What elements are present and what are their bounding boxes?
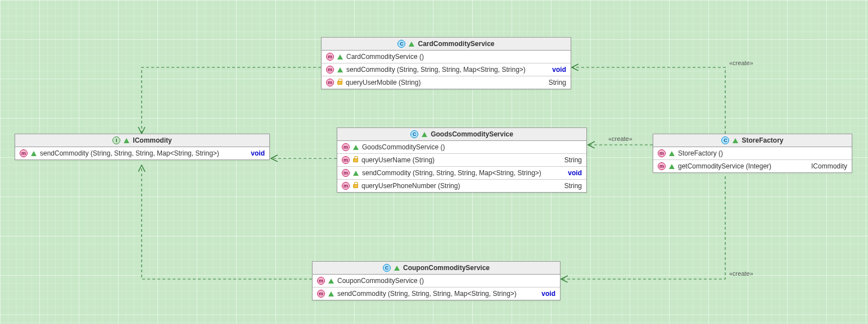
member-return: String <box>549 79 566 86</box>
member-signature: sendCommodity (String, String, String, M… <box>346 66 549 74</box>
member-signature: sendCommodity (String, String, String, M… <box>40 149 247 157</box>
stereotype-create: «create» <box>608 135 632 142</box>
method-icon: m <box>658 162 666 170</box>
class-icon: C <box>397 40 405 48</box>
member-signature: CardCommodityService () <box>346 53 566 61</box>
visibility-public-icon <box>337 67 343 72</box>
method-icon: m <box>326 53 334 61</box>
visibility-public-icon <box>669 164 675 169</box>
member-row[interactable]: m getCommodityService (Integer) ICommodi… <box>653 160 852 172</box>
visibility-public-icon <box>669 151 675 156</box>
class-name: GoodsCommodityService <box>431 130 513 138</box>
class-title: C CardCommodityService <box>322 38 571 51</box>
visibility-public-icon <box>328 291 334 296</box>
method-icon: m <box>342 169 350 177</box>
method-icon: m <box>317 277 325 285</box>
method-icon: m <box>342 182 350 190</box>
method-icon: m <box>317 290 325 298</box>
stereotype-create: «create» <box>729 60 753 66</box>
member-row[interactable]: m CouponCommodityService () <box>313 275 560 288</box>
class-ICommodity[interactable]: I ICommodity m sendCommodity (String, St… <box>15 134 270 160</box>
member-signature: sendCommodity (String, String, String, M… <box>337 290 538 298</box>
member-return: void <box>541 290 555 298</box>
member-return: void <box>568 169 582 177</box>
method-icon: m <box>326 66 334 74</box>
member-signature: queryUserMobile (String) <box>346 79 545 86</box>
visibility-public-icon <box>422 132 427 137</box>
visibility-public-icon <box>409 42 414 47</box>
class-title: C StoreFactory <box>653 134 852 147</box>
member-row[interactable]: m StoreFactory () <box>653 147 852 160</box>
member-return: String <box>564 182 582 190</box>
class-StoreFactory[interactable]: C StoreFactory m StoreFactory () m getCo… <box>653 134 852 173</box>
stereotype-create: «create» <box>729 270 753 277</box>
member-return: String <box>564 156 582 164</box>
class-title: C CouponCommodityService <box>313 262 560 275</box>
class-icon: C <box>721 136 729 144</box>
member-signature: sendCommodity (String, String, String, M… <box>362 169 564 177</box>
member-row[interactable]: m CardCommodityService () <box>322 51 571 63</box>
method-icon: m <box>326 79 334 86</box>
visibility-private-icon <box>353 184 358 188</box>
member-row[interactable]: m queryUserName (String) String <box>337 154 586 167</box>
member-row[interactable]: m sendCommodity (String, String, String,… <box>337 167 586 180</box>
class-GoodsCommodityService[interactable]: C GoodsCommodityService m GoodsCommodity… <box>337 127 587 193</box>
member-row[interactable]: m GoodsCommodityService () <box>337 141 586 154</box>
interface-icon: I <box>112 136 120 144</box>
class-name: CardCommodityService <box>418 40 494 48</box>
class-CouponCommodityService[interactable]: C CouponCommodityService m CouponCommodi… <box>312 261 560 300</box>
member-row[interactable]: m queryUserMobile (String) String <box>322 76 571 89</box>
class-name: StoreFactory <box>742 136 783 144</box>
visibility-public-icon <box>328 279 334 284</box>
visibility-public-icon <box>733 138 738 143</box>
method-icon: m <box>342 143 350 151</box>
visibility-public-icon <box>31 151 37 156</box>
visibility-private-icon <box>353 158 358 162</box>
member-signature: GoodsCommodityService () <box>362 143 582 151</box>
member-signature: queryUserName (String) <box>361 156 561 164</box>
visibility-public-icon <box>337 54 343 60</box>
member-return: ICommodity <box>811 162 847 170</box>
member-row[interactable]: m queryUserPhoneNumber (String) String <box>337 180 586 192</box>
class-CardCommodityService[interactable]: C CardCommodityService m CardCommoditySe… <box>321 37 571 89</box>
member-row[interactable]: m sendCommodity (String, String, String,… <box>15 147 269 159</box>
member-return: void <box>552 66 566 74</box>
class-icon: C <box>410 130 418 138</box>
member-signature: CouponCommodityService () <box>337 277 555 285</box>
member-signature: getCommodityService (Integer) <box>678 162 808 170</box>
member-row[interactable]: m sendCommodity (String, String, String,… <box>313 288 560 300</box>
member-signature: queryUserPhoneNumber (String) <box>361 182 561 190</box>
member-signature: StoreFactory () <box>678 149 847 157</box>
class-name: ICommodity <box>133 136 171 144</box>
class-title: C GoodsCommodityService <box>337 128 586 141</box>
visibility-public-icon <box>394 266 400 271</box>
visibility-public-icon <box>124 138 129 143</box>
visibility-private-icon <box>337 81 342 85</box>
method-icon: m <box>342 156 350 164</box>
class-title: I ICommodity <box>15 134 269 147</box>
method-icon: m <box>20 149 28 157</box>
class-name: CouponCommodityService <box>403 264 490 272</box>
visibility-public-icon <box>353 145 359 150</box>
member-return: void <box>251 149 265 157</box>
member-row[interactable]: m sendCommodity (String, String, String,… <box>322 63 571 76</box>
method-icon: m <box>658 149 666 157</box>
visibility-public-icon <box>353 171 359 176</box>
class-icon: C <box>383 264 391 272</box>
